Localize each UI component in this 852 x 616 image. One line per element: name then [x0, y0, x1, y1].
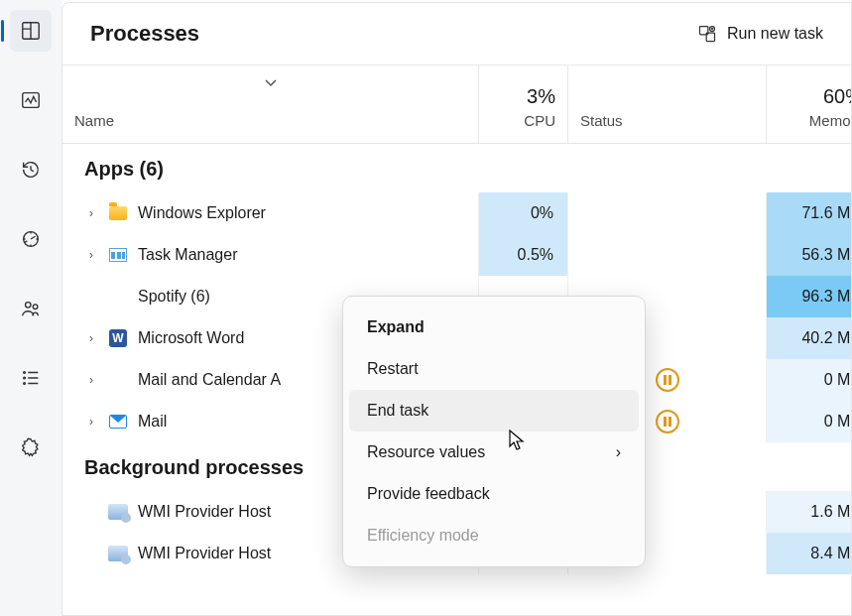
- col-name[interactable]: Name: [62, 65, 479, 143]
- service-icon: [108, 544, 128, 563]
- details-icon: [20, 367, 42, 389]
- svg-rect-1: [23, 93, 40, 108]
- status-cell: [568, 234, 767, 276]
- menu-restart[interactable]: Restart: [343, 348, 645, 390]
- sidebar-users[interactable]: [10, 288, 52, 329]
- performance-icon: [20, 89, 42, 111]
- chevron-right-icon[interactable]: ›: [84, 415, 98, 429]
- page-title: Processes: [90, 21, 199, 47]
- menu-efficiency-mode: Efficiency mode: [343, 515, 645, 556]
- chevron-right-icon[interactable]: ›: [84, 206, 98, 220]
- sidebar-services[interactable]: [10, 427, 52, 468]
- menu-end-task[interactable]: End task: [349, 390, 639, 431]
- menu-expand[interactable]: Expand: [343, 307, 645, 348]
- svg-point-5: [24, 372, 26, 374]
- sidebar-details[interactable]: [10, 357, 52, 399]
- mail-icon: [108, 412, 128, 431]
- memory-cell: 56.3 MB: [767, 234, 851, 276]
- mouse-cursor-icon: [508, 429, 526, 452]
- col-cpu[interactable]: 3% CPU: [479, 65, 568, 143]
- history-icon: [20, 159, 42, 181]
- startup-icon: [20, 228, 42, 250]
- svg-point-7: [24, 383, 26, 385]
- col-status[interactable]: Status: [568, 65, 767, 143]
- process-row[interactable]: ›Windows Explorer 0% 71.6 MB: [62, 192, 851, 234]
- chevron-right-icon[interactable]: ›: [84, 331, 98, 345]
- memory-cell: 8.4 MB: [767, 533, 851, 574]
- services-icon: [20, 436, 42, 458]
- paused-icon: [656, 410, 679, 433]
- run-task-icon: [697, 24, 717, 44]
- word-icon: W: [108, 328, 128, 348]
- sidebar-performance[interactable]: [10, 79, 52, 121]
- folder-icon: [108, 203, 128, 223]
- chevron-right-icon[interactable]: ›: [84, 373, 98, 387]
- svg-point-6: [24, 377, 26, 379]
- paused-icon: [656, 368, 679, 392]
- memory-cell: 71.6 MB: [767, 192, 851, 234]
- memory-cell: 96.3 MB: [767, 276, 851, 317]
- column-headers: Name 3% CPU Status 60% Memory: [62, 65, 851, 144]
- process-row[interactable]: ›Task Manager 0.5% 56.3 MB: [62, 234, 851, 276]
- memory-cell: 0 MB: [767, 401, 851, 442]
- processes-icon: [20, 20, 42, 42]
- chevron-right-icon[interactable]: ›: [84, 248, 98, 262]
- svg-point-4: [33, 305, 38, 309]
- task-manager-icon: [108, 245, 128, 265]
- menu-resource-values[interactable]: Resource values ›: [343, 431, 645, 473]
- sidebar-startup[interactable]: [10, 218, 52, 260]
- app-icon: [108, 287, 128, 307]
- run-new-task-button[interactable]: Run new task: [697, 24, 823, 44]
- run-task-label: Run new task: [727, 25, 823, 43]
- chevron-right-icon: ›: [616, 443, 621, 461]
- sort-indicator-icon: [264, 73, 278, 90]
- context-menu: Expand Restart End task Resource values …: [342, 296, 646, 567]
- memory-cell: 0 MB: [767, 359, 851, 401]
- menu-provide-feedback[interactable]: Provide feedback: [343, 473, 645, 515]
- col-memory[interactable]: 60% Memory: [767, 65, 852, 143]
- group-apps: Apps (6): [62, 144, 851, 192]
- cpu-cell: 0.5%: [479, 234, 568, 276]
- service-icon: [108, 502, 128, 522]
- sidebar-processes[interactable]: [10, 10, 52, 52]
- svg-point-3: [26, 303, 32, 308]
- header: Processes Run new task: [62, 3, 851, 65]
- sidebar-app-history[interactable]: [10, 149, 52, 190]
- users-icon: [20, 298, 42, 319]
- memory-cell: 40.2 MB: [767, 317, 851, 359]
- sidebar: [0, 0, 61, 616]
- app-icon: [108, 370, 128, 390]
- memory-cell: 1.6 MB: [767, 491, 851, 533]
- cpu-cell: 0%: [479, 192, 568, 234]
- status-cell: [568, 192, 767, 234]
